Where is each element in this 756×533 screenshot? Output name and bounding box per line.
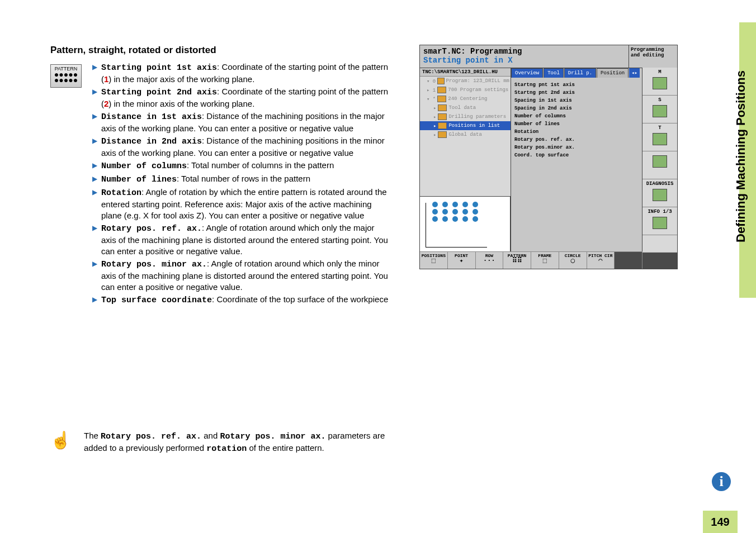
bullet-arrow-icon: ▶	[92, 187, 101, 221]
tree-icon	[437, 78, 444, 84]
sk-empty	[615, 252, 642, 269]
note-text: The Rotary pos. ref. ax. and Rotary pos.…	[84, 430, 386, 455]
sk-pitch[interactable]: PITCH CIR◠	[587, 252, 615, 269]
tree-item[interactable]: ▸ 1700 Program settings	[420, 85, 511, 94]
tab-tool[interactable]: Tool	[544, 68, 564, 78]
bullet-arrow-icon: ▶	[92, 294, 101, 306]
sb-s-button[interactable]: S	[642, 96, 677, 123]
sk-circle[interactable]: CIRCLE◯	[559, 252, 587, 269]
param-text: Rotation: Angle of rotation by which the…	[101, 187, 389, 221]
tree-item-selected[interactable]: ▸Positions in list	[420, 121, 511, 130]
param-row: ▶ Starting point 2nd axis: Coordinate of…	[92, 86, 389, 110]
tree-item[interactable]: ▸Tool data	[420, 103, 511, 112]
cnc-header: smarT.NC: Programming Starting point in …	[420, 45, 677, 68]
tree-icon	[438, 122, 447, 129]
param-row: ▶ Rotary pos. minor ax.: Angle of rotati…	[92, 258, 389, 293]
tree-icon	[438, 131, 447, 138]
sk-point[interactable]: POINT✦	[448, 252, 476, 269]
program-tree[interactable]: TNC:\SMARTNC\123_DRILL.HU ▾ 0Program: 12…	[420, 68, 511, 253]
bullet-arrow-icon: ▶	[92, 258, 101, 293]
param-text: Starting point 2nd axis: Coordinate of t…	[101, 86, 389, 110]
sb-empty[interactable]	[642, 151, 677, 179]
cnc-title-2: Starting point in X	[423, 56, 625, 65]
cnc-title-1: smarT.NC: Programming	[423, 47, 625, 56]
param-text: Starting point 1st axis: Coordinate of t…	[101, 61, 389, 85]
param-text: Number of lines: Total number of rows in…	[101, 173, 389, 185]
sb-icon	[653, 77, 667, 89]
tree-item[interactable]: ▸Global data	[420, 130, 511, 139]
tree-item[interactable]: ▾ *240 Centering	[420, 94, 511, 103]
bullet-arrow-icon: ▶	[92, 61, 101, 85]
sb-icon	[653, 189, 667, 201]
sb-icon	[653, 105, 667, 117]
bullet-arrow-icon: ▶	[92, 111, 101, 134]
sb-diagnosis-button[interactable]: DIAGNOSIS	[642, 179, 677, 207]
note-hand-icon: ☝	[50, 430, 84, 455]
pattern-dots-icon: ●●●●●●●●●●	[51, 72, 81, 83]
tab-position[interactable]: Position	[597, 68, 629, 78]
param-row: ▶ Distance in 1st axis: Distance of the …	[92, 111, 389, 134]
dot-row	[432, 202, 507, 207]
param-text: Rotary pos. ref. ax.: Angle of rotation …	[101, 222, 389, 257]
sb-t-button[interactable]: T	[642, 123, 677, 151]
tree-icon	[437, 96, 446, 102]
bullet-arrow-icon: ▶	[92, 222, 101, 257]
sb-icon	[653, 133, 667, 145]
param-text: Number of columns: Total number of colum…	[101, 160, 389, 172]
param-row: ▶ Starting point 1st axis: Coordinate of…	[92, 61, 389, 85]
cnc-right-sidebar: M S T DIAGNOSIS INFO 1/3	[642, 68, 677, 252]
note-block: ☝ The Rotary pos. ref. ax. and Rotary po…	[50, 430, 386, 455]
tree-icon	[438, 113, 447, 120]
sk-icon: ✦	[448, 258, 475, 264]
sk-row[interactable]: ROW···	[476, 252, 504, 269]
sk-icon: ◠	[587, 258, 615, 264]
page-heading: Pattern, straight, rotated or distorted	[50, 45, 216, 56]
sk-positions[interactable]: POSITIONS⬚	[420, 252, 448, 269]
section-title-vertical: Defining Machining Positions	[734, 45, 756, 268]
pattern-preview	[420, 196, 511, 252]
sb-icon	[653, 155, 667, 168]
sk-frame[interactable]: FRAME⬚	[531, 252, 559, 269]
tree-item[interactable]: ▸Drilling parameters	[420, 112, 511, 121]
sk-icon: ⬚	[531, 258, 559, 264]
cnc-mode-label: Programming and editing	[629, 45, 677, 68]
tree-icon	[437, 87, 446, 93]
info-icon[interactable]: i	[712, 472, 731, 491]
sb-m-button[interactable]: M	[642, 68, 677, 96]
cnc-header-left: smarT.NC: Programming Starting point in …	[420, 45, 629, 68]
page-number: 149	[703, 511, 738, 533]
param-row: ▶ Number of columns: Total number of col…	[92, 160, 389, 172]
sk-icon: ◯	[559, 258, 587, 264]
param-text: Top surface coordinate: Coordinate of th…	[101, 294, 389, 306]
tree-item[interactable]: ▾ 0Program: 123_DRILL mm	[420, 77, 511, 85]
param-row: ▶ Rotary pos. ref. ax.: Angle of rotatio…	[92, 222, 389, 257]
bullet-arrow-icon: ▶	[92, 135, 101, 159]
param-row: ▶ Number of lines: Total number of rows …	[92, 173, 389, 185]
tab-drill[interactable]: Drill p.	[564, 68, 596, 78]
pattern-softkey-button[interactable]: PATTERN ●●●●●●●●●●	[50, 64, 82, 88]
param-row: ▶ Top surface coordinate: Coordinate of …	[92, 294, 389, 306]
cnc-screenshot: smarT.NC: Programming Starting point in …	[419, 45, 678, 269]
param-text: Distance in 1st axis: Distance of the ma…	[101, 111, 389, 134]
dot-row	[432, 209, 507, 215]
tree-icon	[438, 104, 447, 111]
sb-info-button[interactable]: INFO 1/3	[642, 207, 677, 235]
axis-h-icon	[426, 247, 487, 248]
param-text: Distance in 2nd axis: Distance of the ma…	[101, 135, 389, 159]
sk-icon: ⠿⠿	[503, 258, 531, 264]
sk-icon: ···	[476, 258, 503, 264]
softkey-row: POSITIONS⬚ POINT✦ ROW··· PATTERN⠿⠿ FRAME…	[420, 251, 642, 269]
sk-pattern[interactable]: PATTERN⠿⠿	[503, 252, 531, 269]
tab-overview[interactable]: Overview	[511, 68, 543, 78]
dot-row	[432, 216, 507, 222]
param-row: ▶ Distance in 2nd axis: Distance of the …	[92, 135, 389, 159]
parameter-list: ▶ Starting point 1st axis: Coordinate of…	[92, 61, 389, 307]
bullet-arrow-icon: ▶	[92, 86, 101, 110]
param-row: ▶ Rotation: Angle of rotation by which t…	[92, 187, 389, 221]
param-text: Rotary pos. minor ax.: Angle of rotation…	[101, 258, 389, 293]
sk-icon: ⬚	[420, 258, 447, 264]
sb-icon	[653, 217, 667, 229]
tab-nav-arrows[interactable]: ◂▸	[629, 68, 640, 78]
axis-v-icon	[426, 203, 426, 248]
bullet-arrow-icon: ▶	[92, 160, 101, 172]
